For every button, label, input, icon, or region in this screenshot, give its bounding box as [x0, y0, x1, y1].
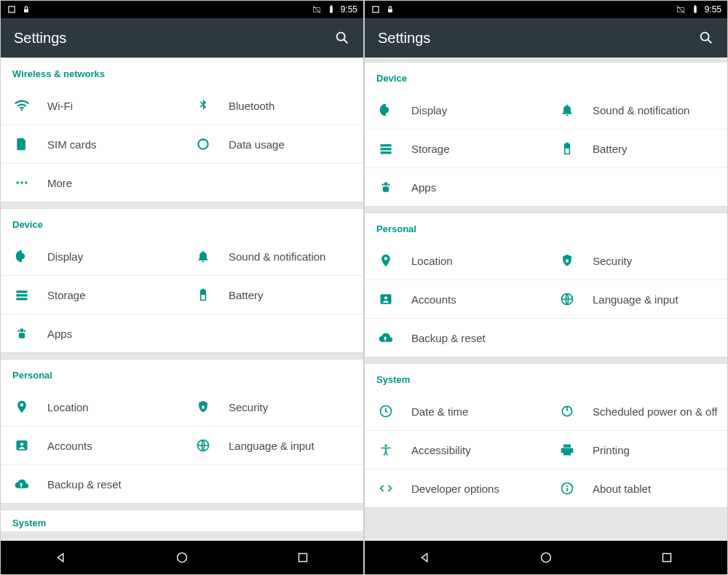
setting-about-tablet[interactable]: About tablet: [546, 469, 727, 507]
status-time: 9:55: [341, 4, 357, 15]
nav-back-button[interactable]: [53, 550, 69, 566]
svg-point-15: [18, 330, 20, 332]
nav-bar: [365, 541, 727, 574]
setting-language-input[interactable]: Language & input: [182, 426, 363, 464]
setting-location[interactable]: Location: [365, 242, 546, 279]
wifi-icon: [9, 98, 34, 113]
setting-backup-reset[interactable]: Backup & reset: [365, 318, 727, 357]
setting-sim-cards[interactable]: SIM cards: [1, 124, 182, 163]
backup-icon: [9, 477, 34, 491]
setting-security[interactable]: Security: [546, 242, 727, 279]
setting-data-usage[interactable]: Data usage: [182, 124, 363, 163]
section-personal: Personal Location Security Accounts Lang…: [365, 213, 727, 357]
nav-home-button[interactable]: [538, 550, 554, 566]
setting-sound-notification[interactable]: Sound & notification: [182, 237, 363, 275]
setting-backup-reset[interactable]: Backup & reset: [1, 464, 363, 503]
setting-developer-options[interactable]: Developer options: [365, 469, 546, 507]
section-header: Personal: [1, 360, 363, 388]
nav-back-button[interactable]: [417, 550, 433, 566]
setting-label: Location: [47, 401, 89, 413]
bluetooth-icon: [191, 98, 215, 113]
setting-storage[interactable]: Storage: [1, 275, 182, 314]
setting-label: Language & input: [593, 293, 678, 306]
nav-recent-button[interactable]: [295, 550, 311, 566]
screen-icon: [371, 4, 381, 15]
setting-label: Sound & notification: [229, 250, 325, 263]
accessibility-icon: [373, 443, 398, 457]
setting-bluetooth[interactable]: Bluetooth: [182, 87, 363, 124]
setting-battery[interactable]: Battery: [182, 275, 363, 314]
svg-rect-10: [17, 290, 28, 293]
sim-icon: [9, 137, 34, 151]
screen-icon: [7, 4, 17, 15]
setting-date-time[interactable]: Date & time: [365, 392, 546, 430]
setting-label: Security: [593, 255, 632, 267]
settings-scroll[interactable]: Device Display Sound & notification Stor…: [365, 58, 727, 541]
setting-sound-notification[interactable]: Sound & notification: [546, 91, 727, 129]
setting-label: Accessibility: [411, 444, 471, 456]
storage-icon: [9, 288, 34, 302]
setting-accessibility[interactable]: Accessibility: [365, 430, 546, 469]
setting-label: Security: [229, 401, 268, 413]
clock-icon: [373, 404, 398, 419]
power-icon: [555, 404, 579, 419]
setting-label: Battery: [593, 143, 628, 155]
search-icon[interactable]: [334, 30, 350, 46]
status-bar: 9:55: [1, 1, 363, 18]
svg-point-38: [384, 296, 387, 299]
setting-label: Storage: [411, 143, 450, 155]
setting-storage[interactable]: Storage: [365, 129, 546, 167]
setting-label: Accounts: [47, 440, 92, 452]
setting-battery[interactable]: Battery: [546, 129, 727, 167]
section-header: Wireless & networks: [1, 58, 363, 87]
svg-rect-33: [383, 186, 389, 192]
setting-label: Location: [411, 255, 453, 267]
svg-rect-23: [373, 7, 379, 12]
settings-scroll[interactable]: Wireless & networks Wi-Fi Bluetooth SIM …: [1, 58, 363, 541]
setting-security[interactable]: Security: [182, 388, 363, 426]
setting-label: Sound & notification: [593, 104, 689, 116]
svg-rect-1: [24, 9, 28, 12]
search-icon[interactable]: [698, 30, 714, 46]
setting-wi-fi[interactable]: Wi-Fi: [1, 87, 182, 124]
nav-bar: [1, 541, 363, 574]
setting-language-input[interactable]: Language & input: [546, 279, 727, 318]
setting-label: Developer options: [411, 483, 499, 495]
setting-accounts[interactable]: Accounts: [1, 426, 182, 464]
svg-point-46: [542, 553, 551, 563]
svg-point-7: [17, 181, 19, 183]
lock-icon: [21, 4, 31, 15]
setting-label: Printing: [593, 444, 630, 456]
setting-more[interactable]: More: [1, 163, 363, 202]
svg-rect-12: [17, 298, 28, 300]
setting-apps[interactable]: Apps: [365, 167, 727, 206]
dev-icon: [373, 481, 398, 496]
lock-icon: [385, 4, 395, 15]
app-bar: Settings: [1, 18, 363, 58]
svg-rect-30: [381, 148, 392, 150]
setting-display[interactable]: Display: [1, 237, 182, 275]
status-bar: 9:55: [365, 1, 727, 18]
setting-printing[interactable]: Printing: [546, 430, 727, 469]
section-header-partial: System: [1, 509, 363, 531]
setting-accounts[interactable]: Accounts: [365, 279, 546, 318]
svg-rect-36: [566, 259, 568, 262]
setting-apps[interactable]: Apps: [1, 314, 363, 352]
apps-icon: [9, 326, 34, 341]
nav-recent-button[interactable]: [659, 550, 675, 566]
svg-rect-26: [694, 6, 697, 12]
setting-label: About tablet: [593, 483, 651, 495]
svg-point-28: [701, 33, 709, 41]
nav-home-button[interactable]: [174, 550, 190, 566]
svg-rect-45: [566, 488, 568, 491]
setting-location[interactable]: Location: [1, 388, 182, 426]
svg-rect-17: [202, 405, 204, 408]
language-icon: [555, 292, 579, 306]
svg-point-44: [566, 485, 568, 487]
setting-label: Bluetooth: [229, 100, 274, 112]
svg-point-8: [20, 181, 23, 183]
svg-rect-47: [663, 554, 671, 562]
setting-label: Date & time: [411, 405, 468, 418]
setting-display[interactable]: Display: [365, 91, 546, 129]
setting-scheduled-power-on-off[interactable]: Scheduled power on & off: [546, 392, 727, 430]
